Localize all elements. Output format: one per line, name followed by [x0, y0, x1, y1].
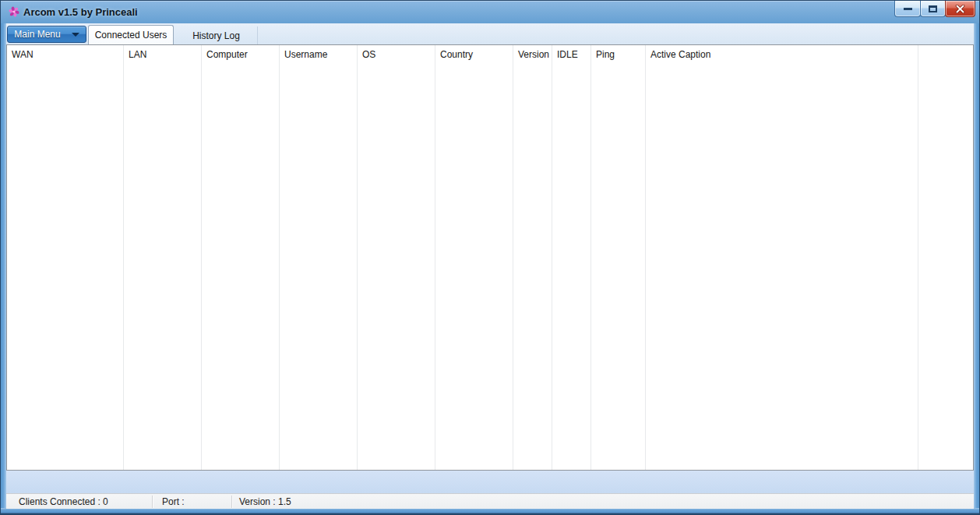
tab-strip: Main Menu Connected Users History Log	[6, 23, 974, 44]
tab-history-log-label: History Log	[192, 30, 240, 41]
column-computer: Computer	[202, 45, 280, 470]
window-title: Arcom v1.5 by Princeali	[23, 1, 138, 23]
column-header-username[interactable]: Username	[280, 45, 357, 60]
client-area: Main Menu Connected Users History Log WA…	[6, 23, 974, 508]
minimize-icon	[904, 8, 912, 10]
tab-history-log[interactable]: History Log	[175, 26, 258, 44]
minimize-button[interactable]	[894, 1, 921, 17]
column-header-version[interactable]: Version	[513, 45, 552, 60]
column-os: OS	[358, 45, 435, 470]
column-username: Username	[280, 45, 358, 470]
window-border-left	[1, 23, 6, 508]
tab-connected-users[interactable]: Connected Users	[88, 25, 174, 44]
column-lan: LAN	[124, 45, 202, 470]
window-controls	[894, 1, 975, 17]
close-button[interactable]	[945, 1, 975, 17]
column-header-country[interactable]: Country	[435, 45, 513, 60]
status-bar: Clients Connected : 0 Port : Version : 1…	[6, 493, 974, 509]
status-clients-connected: Clients Connected : 0	[6, 494, 152, 509]
status-port: Port :	[153, 494, 231, 509]
column-header-os[interactable]: OS	[358, 45, 435, 60]
column-ping: Ping	[591, 45, 646, 470]
column-header-idle[interactable]: IDLE	[552, 45, 590, 60]
client-list-empty-area	[918, 45, 973, 470]
tab-page-background	[6, 471, 974, 493]
column-wan: WAN	[7, 45, 124, 470]
maximize-icon	[929, 5, 937, 12]
close-icon	[955, 5, 965, 13]
title-bar[interactable]: Arcom v1.5 by Princeali	[1, 1, 979, 23]
window-border-bottom	[1, 508, 979, 514]
tab-connected-users-label: Connected Users	[95, 30, 167, 41]
maximize-button[interactable]	[920, 1, 946, 17]
column-idle: IDLE	[552, 45, 591, 470]
main-menu-button[interactable]: Main Menu	[7, 26, 86, 43]
chevron-down-icon	[72, 33, 79, 37]
status-version: Version : 1.5	[232, 494, 974, 509]
column-version: Version	[513, 45, 552, 470]
app-window: Arcom v1.5 by Princeali Main Menu	[0, 0, 980, 515]
client-table: WAN LAN Computer Username OS Country Ver…	[6, 44, 974, 471]
column-active-caption: Active Caption	[646, 45, 918, 470]
column-header-wan[interactable]: WAN	[7, 45, 123, 60]
column-header-lan[interactable]: LAN	[124, 45, 201, 60]
window-border-right	[974, 23, 979, 508]
app-icon	[8, 5, 20, 18]
column-header-active-caption[interactable]: Active Caption	[646, 45, 918, 60]
column-header-ping[interactable]: Ping	[591, 45, 645, 60]
column-header-computer[interactable]: Computer	[202, 45, 279, 60]
main-menu-label: Main Menu	[14, 29, 60, 40]
column-country: Country	[435, 45, 513, 470]
